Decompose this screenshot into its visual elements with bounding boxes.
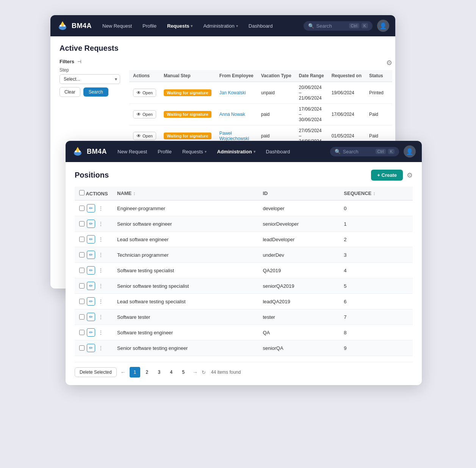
nav2-requests[interactable]: Requests ▾ <box>178 147 211 157</box>
row-checkbox[interactable] <box>79 283 85 289</box>
position-name: Senior software testing engineer <box>113 340 258 356</box>
clear-button[interactable]: Clear <box>60 87 80 97</box>
filters-collapse-icon[interactable]: ⊣ <box>77 59 81 64</box>
row-checkbox[interactable] <box>79 252 85 257</box>
positions-title: Positions <box>75 171 109 179</box>
search-input2[interactable] <box>343 149 373 154</box>
position-sequence: 7 <box>339 309 413 325</box>
nav2-new-request[interactable]: New Request <box>113 147 152 157</box>
next-page-button[interactable]: → <box>191 369 199 375</box>
employee-link[interactable]: Jan Kowalski <box>219 90 246 95</box>
position-id: seniorQA <box>258 340 339 356</box>
row-checkbox[interactable] <box>79 237 85 242</box>
page-number-3[interactable]: 3 <box>154 367 164 378</box>
col-pos-sequence: SEQUENCE ↕ <box>339 187 413 200</box>
svg-point-2 <box>60 25 62 27</box>
open-button[interactable]: 👁 Open <box>133 132 156 140</box>
svg-point-6 <box>75 151 77 153</box>
search-box2[interactable]: 🔍 Ctrl K <box>330 147 399 156</box>
nav-administration[interactable]: Administration ▾ <box>199 21 242 31</box>
step-badge: Waiting for signature <box>164 111 211 118</box>
row-checkbox[interactable] <box>79 345 85 351</box>
edit-icon[interactable]: ✏ <box>87 297 95 306</box>
row-checkbox[interactable] <box>79 330 85 335</box>
nav2-profile[interactable]: Profile <box>153 147 176 157</box>
brand-logo-icon <box>56 20 69 32</box>
more-icon[interactable]: ⋮ <box>97 221 104 227</box>
position-name: Software tester <box>113 309 258 325</box>
edit-icon[interactable]: ✏ <box>87 266 95 275</box>
search-icon: 🔍 <box>308 23 314 29</box>
open-button[interactable]: 👁 Open <box>133 110 156 119</box>
edit-icon[interactable]: ✏ <box>87 204 95 212</box>
requests2-chevron-icon: ▾ <box>205 150 207 154</box>
more-icon[interactable]: ⋮ <box>97 283 104 289</box>
employee-link[interactable]: Anna Nowak <box>219 112 245 117</box>
row-checkbox[interactable] <box>79 206 85 211</box>
search-button[interactable]: Search <box>83 87 108 97</box>
row-checkbox[interactable] <box>79 221 85 226</box>
brand-logo2-icon <box>72 145 84 158</box>
search-input[interactable] <box>316 23 347 29</box>
more-icon[interactable]: ⋮ <box>97 267 104 273</box>
step-select[interactable]: Select... <box>60 74 120 84</box>
col-pos-id: ID <box>258 187 339 200</box>
user-avatar2[interactable]: 👤 <box>404 145 416 158</box>
employee-link[interactable]: Paweł Wojciechowski <box>219 131 249 141</box>
page-number-4[interactable]: 4 <box>166 367 177 378</box>
svg-point-7 <box>79 151 81 153</box>
position-sequence: 8 <box>339 325 413 340</box>
create-button[interactable]: + Create <box>371 170 403 181</box>
name-sort-icon: ↕ <box>133 190 136 196</box>
table-settings-icon[interactable]: ⚙ <box>386 59 392 67</box>
more-icon[interactable]: ⋮ <box>97 236 104 242</box>
search-box[interactable]: 🔍 Ctrl K <box>304 21 373 31</box>
position-name: Lead software engineer <box>113 232 258 247</box>
page-number-1[interactable]: 1 <box>130 367 140 378</box>
nav-requests[interactable]: Requests ▾ <box>163 21 197 31</box>
edit-icon[interactable]: ✏ <box>87 235 95 243</box>
nav2-administration[interactable]: Administration ▾ <box>213 147 260 157</box>
edit-icon[interactable]: ✏ <box>87 282 95 290</box>
open-button[interactable]: 👁 Open <box>133 89 156 97</box>
delete-selected-button[interactable]: Delete Selected <box>75 367 117 377</box>
row-checkbox[interactable] <box>79 314 85 320</box>
positions-settings-icon[interactable]: ⚙ <box>407 171 413 179</box>
more-icon[interactable]: ⋮ <box>97 205 104 211</box>
select-all-checkbox[interactable] <box>79 190 85 195</box>
user-avatar[interactable]: 👤 <box>377 20 389 32</box>
more-icon[interactable]: ⋮ <box>97 298 104 304</box>
page-number-5[interactable]: 5 <box>178 367 189 378</box>
col-actions: Actions <box>129 70 160 82</box>
nav-dashboard[interactable]: Dashboard <box>244 21 277 31</box>
edit-icon[interactable]: ✏ <box>87 344 95 352</box>
more-icon[interactable]: ⋮ <box>97 329 104 335</box>
edit-icon[interactable]: ✏ <box>87 251 95 259</box>
edit-icon[interactable]: ✏ <box>87 328 95 337</box>
row-checkbox[interactable] <box>79 268 85 273</box>
list-item: ✏ ⋮ Lead software engineer leadDeveloper… <box>75 232 413 247</box>
edit-icon[interactable]: ✏ <box>87 313 95 321</box>
position-name: Senior software testing specialist <box>113 278 258 294</box>
pagination: Delete Selected ← 12345 → ↻ 44 items fou… <box>75 362 413 378</box>
nav-new-request[interactable]: New Request <box>98 21 136 31</box>
prev-page-button[interactable]: ← <box>119 369 127 375</box>
seq-sort-icon: ↕ <box>373 190 376 196</box>
position-id: underDev <box>258 247 339 263</box>
position-id: seniorDeveloper <box>258 216 339 232</box>
admin-chevron-icon: ▾ <box>236 24 238 28</box>
page-number-2[interactable]: 2 <box>142 367 152 378</box>
nav2-dashboard[interactable]: Dashboard <box>261 147 295 157</box>
more-icon[interactable]: ⋮ <box>97 314 104 320</box>
position-sequence: 5 <box>339 278 413 294</box>
refresh-icon[interactable]: ↻ <box>202 370 206 375</box>
eye-icon: 👁 <box>136 112 141 117</box>
row-checkbox[interactable] <box>79 299 85 304</box>
navbar-active-requests: BM4A New Request Profile Requests ▾ Admi… <box>50 15 395 36</box>
nav-profile[interactable]: Profile <box>138 21 161 31</box>
more-icon[interactable]: ⋮ <box>97 345 104 351</box>
kbd-k: K <box>362 23 368 28</box>
edit-icon[interactable]: ✏ <box>87 220 95 228</box>
more-icon[interactable]: ⋮ <box>97 252 104 258</box>
list-item: ✏ ⋮ Senior software testing specialist s… <box>75 278 413 294</box>
